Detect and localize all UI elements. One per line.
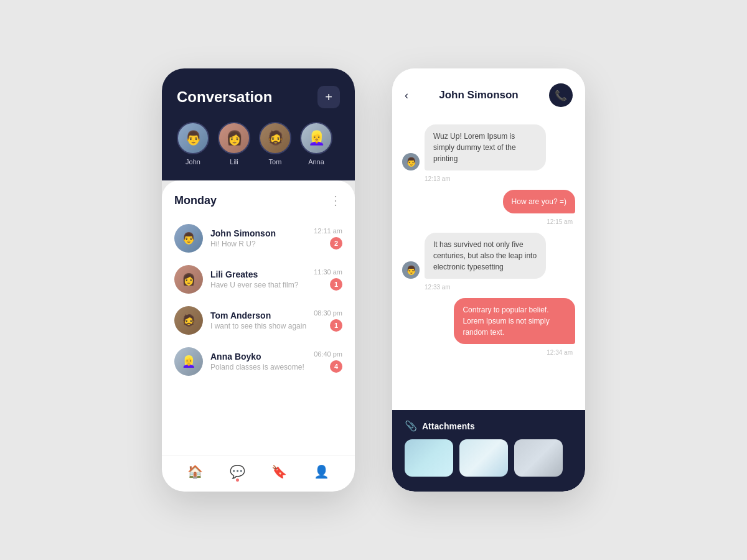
conv-name-john: John Simonson (210, 228, 306, 238)
nav-item-home[interactable]: 🏠 (187, 464, 203, 479)
left-phone-top: Conversation + 👨 John 👩 Lili 🧔 Tom 👱‍♀️ … (162, 68, 355, 180)
chat-contact-name: John Simonson (416, 89, 542, 101)
story-name-lili: Lili (230, 158, 238, 166)
story-avatar-john: 👨 (177, 122, 209, 154)
story-avatar-lili: 👩 (218, 122, 250, 154)
msg-avatar-john: 👨 (402, 153, 420, 170)
conv-avatar-anna: 👱‍♀️ (174, 347, 203, 376)
day-menu-button[interactable]: ⋮ (329, 193, 342, 208)
conversation-item-tom[interactable]: 🧔 Tom Anderson I want to see this show a… (162, 300, 355, 341)
conversation-title: Conversation (177, 88, 272, 106)
nav-item-bookmark[interactable]: 🔖 (271, 464, 287, 479)
left-phone: Conversation + 👨 John 👩 Lili 🧔 Tom 👱‍♀️ … (162, 68, 355, 492)
conversation-item-anna[interactable]: 👱‍♀️ Anna Boyko Poland classes is awesom… (162, 341, 355, 382)
conv-info-tom: Tom Anderson I want to see this show aga… (210, 310, 306, 330)
conv-time-tom: 08:30 pm (314, 309, 342, 317)
conv-info-lili: Lili Greates Have U ever see that film? (210, 269, 306, 289)
attachment-thumb-3[interactable] (514, 439, 563, 477)
left-phone-bottom: Monday ⋮ 👨 John Simonson Hi! How R U? 12… (162, 180, 355, 492)
conv-name-anna: Anna Boyko (210, 352, 306, 362)
add-conversation-button[interactable]: + (317, 86, 340, 108)
conv-preview-lili: Have U ever see that film? (210, 281, 306, 289)
conv-info-john: John Simonson Hi! How R U? (210, 228, 306, 248)
conv-badge-john: 2 (330, 237, 342, 250)
conv-preview-tom: I want to see this show again (210, 322, 306, 330)
story-item-anna[interactable]: 👱‍♀️ Anna (300, 122, 332, 166)
attachments-header: 📎 Attachments (405, 420, 573, 432)
paperclip-icon: 📎 (405, 420, 417, 432)
bottom-navigation: 🏠 💬 🔖 👤 (162, 455, 355, 492)
conv-preview-john: Hi! How R U? (210, 240, 306, 248)
conv-name-lili: Lili Greates (210, 269, 306, 279)
messages-area: 👨 Wuz Up! Lorem Ipsum is simply dummy te… (392, 117, 585, 410)
back-button[interactable]: ‹ (405, 89, 408, 102)
conv-avatar-john: 👨 (174, 224, 203, 253)
conversation-header: Conversation + (177, 86, 340, 108)
conv-meta-anna: 06:40 pm 4 (314, 350, 342, 373)
conv-info-anna: Anna Boyko Poland classes is awesome! (210, 352, 306, 371)
nav-item-profile[interactable]: 👤 (314, 464, 329, 479)
msg-time-4: 12:34 am (402, 349, 575, 356)
day-header: Monday ⋮ (162, 193, 355, 208)
conv-time-lili: 11:30 am (314, 268, 342, 276)
message-row-3: 👨 It has survived not only five centurie… (402, 233, 575, 279)
attachments-label: Attachments (422, 421, 475, 431)
attachments-row (405, 439, 573, 477)
message-row-4: Contrary to popular belief. Lorem Ipsum … (402, 298, 575, 344)
conversation-item-john[interactable]: 👨 John Simonson Hi! How R U? 12:11 am 2 (162, 218, 355, 259)
bubble-received-2: It has survived not only five centuries,… (425, 233, 546, 279)
story-item-john[interactable]: 👨 John (177, 122, 209, 166)
home-icon: 🏠 (187, 464, 203, 479)
profile-icon: 👤 (314, 464, 329, 479)
conversation-item-lili[interactable]: 👩 Lili Greates Have U ever see that film… (162, 259, 355, 300)
conv-avatar-lili: 👩 (174, 265, 203, 294)
conv-meta-tom: 08:30 pm 1 (314, 309, 342, 332)
call-button[interactable]: 📞 (549, 83, 573, 107)
conv-meta-lili: 11:30 am 1 (314, 268, 342, 291)
story-avatar-anna: 👱‍♀️ (300, 122, 332, 154)
day-label: Monday (174, 194, 217, 207)
conv-time-anna: 06:40 pm (314, 350, 342, 358)
bubble-sent-2: Contrary to popular belief. Lorem Ipsum … (454, 298, 575, 344)
conv-avatar-tom: 🧔 (174, 306, 203, 335)
conv-badge-lili: 1 (330, 278, 342, 291)
conv-badge-tom: 1 (330, 319, 342, 332)
message-row-2: How are you? =) (402, 190, 575, 213)
conv-meta-john: 12:11 am 2 (314, 227, 342, 250)
chat-header: ‹ John Simonson 📞 (392, 68, 585, 117)
nav-item-chat[interactable]: 💬 (230, 464, 245, 479)
conv-name-tom: Tom Anderson (210, 310, 306, 320)
msg-time-1: 12:13 am (402, 175, 575, 182)
bookmark-icon: 🔖 (271, 464, 287, 479)
msg-time-3: 12:33 am (402, 284, 575, 291)
bubble-received-1: Wuz Up! Lorem Ipsum is simply dummy text… (425, 124, 546, 170)
conv-preview-anna: Poland classes is awesome! (210, 363, 306, 371)
conv-time-john: 12:11 am (314, 227, 342, 235)
chat-bottom: 📎 Attachments (392, 410, 585, 492)
active-dot (236, 478, 239, 482)
bubble-sent-1: How are you? =) (503, 190, 575, 213)
story-name-john: John (186, 158, 200, 166)
story-name-tom: Tom (269, 158, 282, 166)
attachment-thumb-2[interactable] (459, 439, 508, 477)
message-row-1: 👨 Wuz Up! Lorem Ipsum is simply dummy te… (402, 124, 575, 170)
story-name-anna: Anna (308, 158, 324, 166)
conv-badge-anna: 4 (330, 360, 342, 373)
attachment-thumb-1[interactable] (405, 439, 453, 477)
phone-icon: 📞 (555, 90, 567, 101)
stories-row: 👨 John 👩 Lili 🧔 Tom 👱‍♀️ Anna 👩 Bre (177, 122, 340, 166)
msg-time-2: 12:15 am (402, 218, 575, 225)
story-item-tom[interactable]: 🧔 Tom (259, 122, 291, 166)
story-item-lili[interactable]: 👩 Lili (218, 122, 250, 166)
msg-avatar-john-2: 👨 (402, 261, 420, 279)
right-phone: ‹ John Simonson 📞 👨 Wuz Up! Lorem Ipsum … (392, 68, 585, 492)
story-avatar-tom: 🧔 (259, 122, 291, 154)
chat-icon: 💬 (230, 464, 245, 479)
conversation-list: 👨 John Simonson Hi! How R U? 12:11 am 2 … (162, 218, 355, 455)
